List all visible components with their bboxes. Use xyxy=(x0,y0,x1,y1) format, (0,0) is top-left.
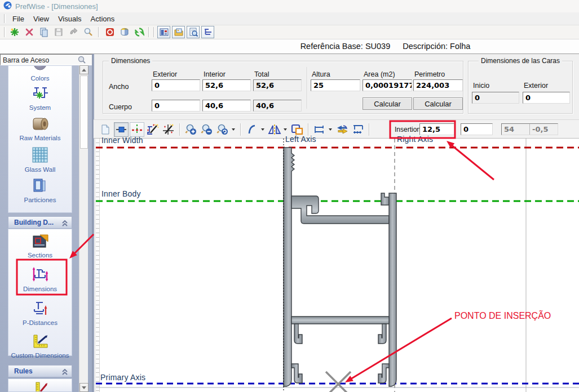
collapse-chevron-icon[interactable] xyxy=(61,368,68,377)
toolbar-grip xyxy=(4,27,6,37)
sidebar-item-system[interactable]: System xyxy=(8,85,72,111)
glass-wall-icon xyxy=(31,146,49,166)
insertion-field[interactable] xyxy=(419,123,454,135)
ref-offset-value: -0,5 xyxy=(530,124,548,135)
cuerpo-exterior-field[interactable] xyxy=(152,100,200,112)
row-cuerpo-label: Cuerpo xyxy=(109,103,132,111)
area-calcular-button[interactable]: Calcular xyxy=(363,97,412,110)
undo-icon[interactable] xyxy=(67,26,79,38)
caras-exterior-field[interactable] xyxy=(523,92,570,104)
sidebar-group-header-building[interactable]: Building D... xyxy=(8,216,72,229)
insertion-label: Insertion xyxy=(395,126,421,133)
dropdown-caret-icon[interactable] xyxy=(329,128,332,131)
dropdown-caret-icon[interactable] xyxy=(261,128,264,131)
dimensiones-panel: Dimensiones Exterior Interior Total Anch… xyxy=(103,61,463,114)
folder-open-icon[interactable] xyxy=(172,26,185,38)
reference-values: 54 -0,5 xyxy=(501,123,558,135)
dim-v-icon[interactable] xyxy=(351,122,365,137)
sidebar-scrollbar[interactable] xyxy=(79,65,88,392)
sidebar-group-header-rules[interactable]: Rules xyxy=(8,365,72,377)
p-distances-icon xyxy=(30,300,50,319)
cuerpo-interior-field[interactable] xyxy=(202,100,251,112)
axes-wand-icon[interactable] xyxy=(161,122,176,137)
profile-drawing-canvas[interactable]: Inner Width Left Axis Right Axis Inner B… xyxy=(96,139,579,392)
save-icon[interactable] xyxy=(52,26,65,38)
color-sphere-icon xyxy=(32,65,48,74)
mirror-icon[interactable] xyxy=(267,122,282,137)
scrollbar-thumb[interactable] xyxy=(80,75,88,149)
area-label: Area (m2) xyxy=(364,70,395,78)
primary-axis-label: Primary Axis xyxy=(100,373,145,382)
copy-icon[interactable] xyxy=(37,26,50,38)
ancho-total-field xyxy=(253,79,302,91)
rules-icon xyxy=(32,381,48,392)
access-bar: Barra de Aceso Colors System Raw Materia… xyxy=(0,54,93,392)
dropdown-caret-icon[interactable] xyxy=(232,128,235,131)
cuerpo-total-field xyxy=(253,100,302,112)
drawing-toolbar: Insertion 54 -0,5 xyxy=(94,119,579,139)
menu-view[interactable]: View xyxy=(29,14,54,24)
collapse-chevron-icon[interactable] xyxy=(61,220,68,228)
reference-base: Referência Base: SU039 xyxy=(300,42,391,51)
search-icon[interactable] xyxy=(81,26,94,38)
ancho-exterior-field[interactable] xyxy=(152,79,200,91)
tree-icon[interactable] xyxy=(201,26,214,38)
stop-icon[interactable] xyxy=(103,26,116,38)
window-title: PrefWise - [Dimensiones] xyxy=(15,2,98,11)
swap-arrows-icon[interactable] xyxy=(335,122,350,137)
zoom-fit-icon[interactable] xyxy=(215,122,230,137)
sidebar-group-general: Colors System Raw Materials Glass Wall P… xyxy=(8,65,72,213)
perimetro-calcular-button[interactable]: Calcular xyxy=(413,97,463,110)
toolbar-separator xyxy=(148,27,149,37)
sidebar-item-glass-wall[interactable]: Glass Wall xyxy=(8,146,72,173)
panel-title: Dimensiones xyxy=(109,57,152,65)
magnifier-icon[interactable] xyxy=(78,56,86,65)
perimetro-label: Perimetro xyxy=(414,70,445,78)
toolbar-separator xyxy=(98,27,99,37)
scroll-up-button[interactable] xyxy=(79,65,89,74)
description: Descripción: Folha xyxy=(403,42,470,51)
arc-icon[interactable] xyxy=(245,122,259,137)
sidebar-item-p-distances[interactable]: P-Distances xyxy=(8,300,72,326)
main-toolbar xyxy=(0,25,579,39)
sidebar-group-building: Sections Dimensions P-Distances Custom D… xyxy=(8,229,72,356)
inner-width-label: Inner Width xyxy=(101,136,143,145)
toolbar-separator xyxy=(369,123,370,136)
zoom-in-icon[interactable] xyxy=(184,122,198,137)
caras-title: Dimensiones de las Caras xyxy=(479,57,562,65)
refresh-icon[interactable] xyxy=(132,26,145,38)
sidebar-item-custom-dimensions[interactable]: Custom Dimensions xyxy=(8,333,72,359)
delete-icon[interactable] xyxy=(23,26,36,38)
altura-field[interactable] xyxy=(311,79,360,91)
new-icon[interactable] xyxy=(8,26,21,38)
ref-width-value: 54 xyxy=(502,124,530,135)
scroll-down-button[interactable] xyxy=(79,383,89,392)
menu-actions[interactable]: Actions xyxy=(86,14,120,24)
profile-wand-icon[interactable] xyxy=(145,122,160,137)
dropdown-caret-icon[interactable] xyxy=(284,128,287,131)
sidebar-item-sections[interactable]: Sections xyxy=(8,233,72,259)
menu-visuals[interactable]: Visuals xyxy=(54,14,86,24)
panel-icon[interactable] xyxy=(157,26,170,38)
zoom-out-icon[interactable] xyxy=(200,122,214,137)
sections-icon xyxy=(31,233,49,251)
ancho-interior-field[interactable] xyxy=(202,79,251,91)
database-icon[interactable] xyxy=(118,26,131,38)
node-line-icon[interactable] xyxy=(114,122,129,137)
sidebar-item-colors[interactable]: Colors xyxy=(8,65,72,82)
print-preview-icon[interactable] xyxy=(187,26,200,38)
sidebar-item-particiones[interactable]: Particiones xyxy=(8,177,72,203)
menu-bar: File View Visuals Actions xyxy=(0,12,579,25)
sidebar-item-raw-materials[interactable]: Raw Materials xyxy=(8,115,72,141)
offset-field[interactable] xyxy=(461,123,493,135)
panel-separator xyxy=(307,67,308,109)
axis-dash-icon[interactable] xyxy=(130,122,144,137)
area-field[interactable] xyxy=(363,79,412,91)
access-bar-title[interactable]: Barra de Aceso xyxy=(0,54,93,65)
page-icon[interactable] xyxy=(98,122,113,137)
dimensions-icon xyxy=(30,265,50,285)
sidebar-item-rule[interactable] xyxy=(8,381,72,392)
perimetro-field[interactable] xyxy=(413,79,463,91)
sidebar-item-dimensions[interactable]: Dimensions xyxy=(8,265,72,292)
menu-file[interactable]: File xyxy=(8,14,29,24)
